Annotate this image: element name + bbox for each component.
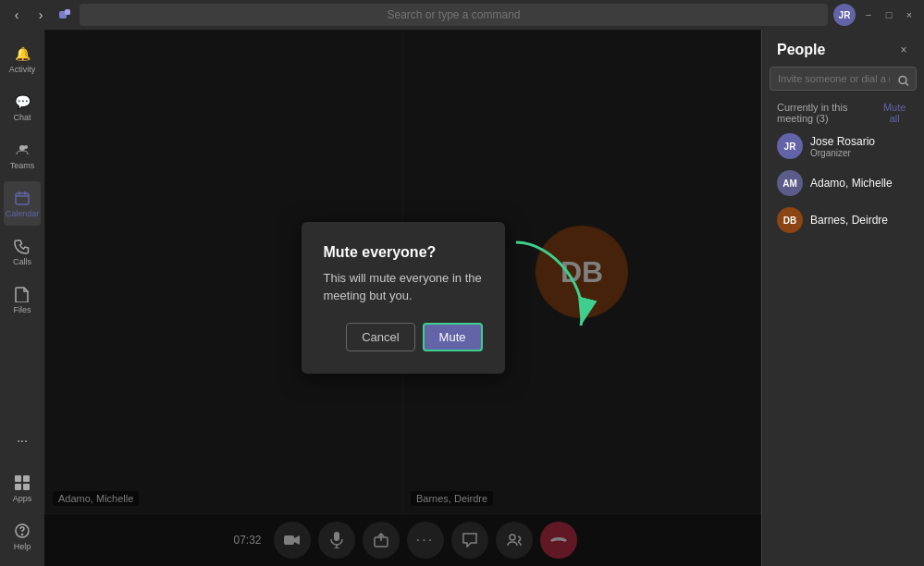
- svg-point-2: [19, 145, 25, 151]
- participant-name-michelle: Adamo, Michelle: [810, 177, 893, 190]
- cancel-button[interactable]: Cancel: [346, 323, 414, 351]
- top-bar-left: ‹ ›: [7, 6, 74, 24]
- people-panel: People × Currently in this meeting (3) M…: [761, 30, 924, 566]
- panel-header: People ×: [762, 30, 924, 67]
- close-button[interactable]: ×: [902, 7, 917, 22]
- svg-point-13: [22, 535, 23, 535]
- invite-search-icon: [898, 76, 909, 90]
- participant-info-deirdre: Barnes, Deirdre: [810, 214, 888, 227]
- invite-input[interactable]: [770, 67, 917, 91]
- sidebar-item-calendar[interactable]: Calendar: [4, 181, 41, 226]
- svg-point-21: [899, 77, 906, 84]
- svg-rect-1: [65, 9, 70, 15]
- avatar-jose: JR: [777, 133, 803, 159]
- svg-rect-11: [23, 484, 30, 490]
- participant-info-michelle: Adamo, Michelle: [810, 177, 893, 190]
- teams-icon: [55, 6, 74, 24]
- ellipsis-icon: ···: [13, 431, 31, 449]
- video-area: Adamo, Michelle DB Barnes, Deirdre 07:32: [44, 30, 761, 566]
- participant-name-deirdre: Barnes, Deirdre: [810, 214, 888, 227]
- chat-icon: 💬: [13, 92, 31, 111]
- panel-close-button[interactable]: ×: [894, 41, 913, 59]
- participant-item-jose[interactable]: JR Jose Rosario Organizer: [762, 128, 924, 165]
- main-layout: 🔔 Activity 💬 Chat Teams: [0, 30, 924, 566]
- avatar-deirdre: DB: [777, 207, 803, 233]
- sidebar-bottom: Apps Help: [4, 466, 41, 559]
- participant-name-jose: Jose Rosario: [810, 135, 875, 148]
- modal-body: This will mute everyone in the meeting b…: [324, 270, 483, 303]
- calls-icon: [13, 237, 31, 255]
- modal-overlay: Mute everyone? This will mute everyone i…: [44, 30, 761, 566]
- svg-rect-9: [23, 475, 30, 482]
- svg-point-3: [24, 145, 28, 149]
- help-icon: [13, 522, 31, 540]
- svg-rect-10: [15, 484, 21, 490]
- activity-icon: 🔔: [13, 44, 31, 63]
- sidebar-more-dots[interactable]: ···: [4, 418, 41, 462]
- currently-in-meeting-label: Currently in this meeting (3) Mute all: [762, 98, 924, 128]
- participant-role-jose: Organizer: [810, 148, 875, 158]
- top-bar: ‹ › JR − □ ×: [0, 0, 924, 30]
- files-icon: [13, 285, 31, 303]
- invite-input-wrap: [762, 67, 924, 98]
- mute-button[interactable]: Mute: [423, 323, 483, 351]
- search-input[interactable]: [80, 4, 828, 26]
- sidebar-item-calls[interactable]: Calls: [4, 229, 41, 274]
- modal-actions: Cancel Mute: [324, 323, 483, 351]
- mute-all-button[interactable]: Mute all: [880, 102, 909, 124]
- top-bar-right: JR − □ ×: [833, 4, 917, 26]
- participant-info-jose: Jose Rosario Organizer: [810, 135, 875, 158]
- sidebar-item-apps[interactable]: Apps: [4, 466, 41, 511]
- minimize-button[interactable]: −: [861, 7, 876, 22]
- avatar-michelle: AM: [777, 170, 803, 196]
- sidebar-item-activity[interactable]: 🔔 Activity: [4, 37, 41, 81]
- calendar-icon: [13, 189, 31, 207]
- participant-item-michelle[interactable]: AM Adamo, Michelle: [762, 165, 924, 202]
- modal-title: Mute everyone?: [324, 244, 483, 261]
- sidebar-item-chat[interactable]: 💬 Chat: [4, 85, 41, 129]
- back-icon[interactable]: ‹: [7, 6, 26, 24]
- sidebar-item-help[interactable]: Help: [4, 514, 41, 559]
- apps-icon: [13, 474, 31, 492]
- panel-title: People: [777, 42, 825, 58]
- user-avatar[interactable]: JR: [833, 4, 856, 26]
- mute-everyone-modal: Mute everyone? This will mute everyone i…: [302, 222, 505, 373]
- svg-rect-8: [15, 475, 21, 482]
- participant-item-deirdre[interactable]: DB Barnes, Deirdre: [762, 202, 924, 239]
- sidebar-item-teams[interactable]: Teams: [4, 133, 41, 178]
- content-area: Adamo, Michelle DB Barnes, Deirdre 07:32: [44, 30, 761, 566]
- sidebar-item-files[interactable]: Files: [4, 277, 41, 322]
- sidebar: 🔔 Activity 💬 Chat Teams: [0, 30, 44, 566]
- svg-line-22: [906, 83, 908, 86]
- maximize-button[interactable]: □: [881, 7, 896, 22]
- teams-sidebar-icon: [13, 141, 31, 159]
- svg-rect-4: [16, 193, 29, 204]
- forward-icon[interactable]: ›: [31, 6, 50, 24]
